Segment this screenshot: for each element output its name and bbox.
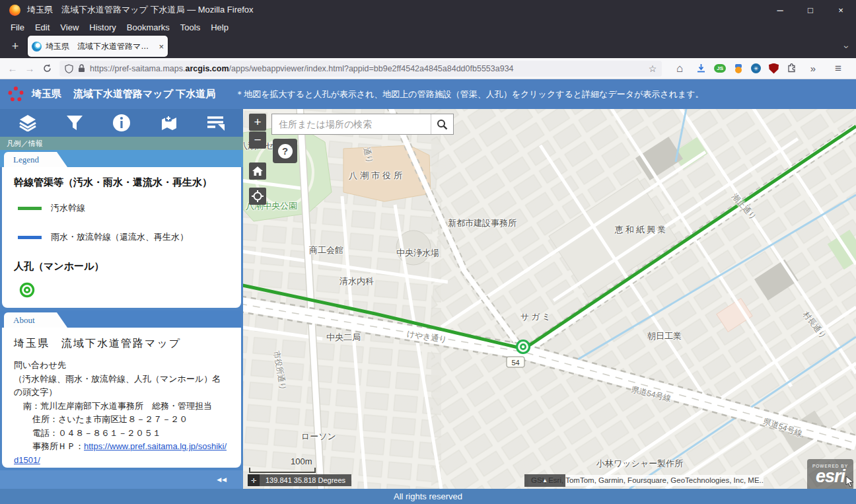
app-body: 凡例／情報 Legend 幹線管渠等（汚水・雨水・還流水・再生水） 汚水幹線	[0, 109, 856, 489]
map-home-button[interactable]	[249, 162, 266, 180]
about-tabstrip: About	[0, 310, 243, 328]
info-button[interactable]	[107, 111, 136, 135]
menu-item[interactable]: History	[84, 21, 121, 34]
navigation-bar: ← → https://pref-saitama.maps.arcgis.com…	[0, 58, 856, 79]
menu-item[interactable]: File	[5, 21, 30, 34]
legend-tab[interactable]: Legend	[4, 152, 67, 167]
url-prefix: https://pref-saitama.maps.	[90, 64, 186, 73]
menu-item[interactable]: Tools	[175, 21, 205, 34]
legend-list-icon	[206, 115, 225, 131]
home-button[interactable]: ⌂	[671, 61, 688, 77]
search-button[interactable]	[431, 114, 453, 134]
filter-button[interactable]	[60, 111, 89, 135]
minimize-button[interactable]: ─	[765, 0, 795, 20]
basemap-add-icon	[159, 114, 178, 131]
window-title: 埼玉県 流域下水道管路マップ 下水道局 — Mozilla Firefox	[27, 4, 254, 16]
search-box	[271, 114, 454, 135]
app-note: ＊地図を拡大すると人孔が表示され、地図上の管路施設（管渠、人孔）をクリックすると…	[235, 89, 703, 100]
basemap: 54	[243, 109, 856, 489]
list-all-tabs-button[interactable]: ›	[838, 37, 856, 57]
window-titlebar: 埼玉県 流域下水道管路マップ 下水道局 — Mozilla Firefox ─ …	[0, 0, 856, 20]
scale-bar	[249, 468, 316, 473]
about-content: 埼玉県 流域下水道管路マップ 問い合わせ先 （汚水幹線、雨水・放流幹線、人孔（マ…	[2, 328, 241, 468]
widget-bar-label: 凡例／情報	[7, 139, 43, 149]
svg-text:54: 54	[511, 359, 519, 367]
about-tab[interactable]: About	[4, 312, 67, 328]
forward-button[interactable]: →	[21, 61, 38, 77]
legend-content: 幹線管渠等（汚水・雨水・還流水・再生水） 汚水幹線 雨水・放流幹線（還流水、再生…	[2, 167, 241, 308]
bookmark-star-icon[interactable]: ☆	[649, 63, 657, 74]
basemap-gallery-button[interactable]	[154, 111, 183, 135]
filter-icon	[66, 115, 83, 131]
url-bar[interactable]: https://pref-saitama.maps.arcgis.com/app…	[59, 61, 662, 77]
url-host: arcgis.com	[186, 64, 229, 73]
attribution-expand-button[interactable]: ▲	[524, 474, 565, 487]
legend-line-swatch	[18, 236, 42, 239]
close-button[interactable]: ×	[826, 0, 856, 20]
legend-tabstrip: Legend	[0, 150, 243, 167]
js-toggle-icon[interactable]: JS	[714, 64, 726, 73]
reload-button[interactable]	[38, 61, 55, 77]
reload-icon	[43, 64, 52, 73]
menu-item[interactable]: Edit	[30, 21, 55, 34]
about-spacer	[14, 467, 229, 468]
back-button[interactable]: ←	[4, 61, 21, 77]
sidebar: 凡例／情報 Legend 幹線管渠等（汚水・雨水・還流水・再生水） 汚水幹線	[0, 109, 243, 489]
manhole-marker[interactable]	[517, 341, 530, 353]
menu-item[interactable]: View	[55, 21, 84, 34]
zoom-out-button[interactable]: −	[249, 131, 266, 149]
extensions-puzzle-icon[interactable]	[787, 63, 797, 73]
extension-icon-2[interactable]: ✳	[751, 63, 761, 73]
menu-item[interactable]: Help	[205, 21, 234, 34]
new-tab-button[interactable]: +	[5, 36, 25, 56]
menu-item[interactable]: Bookmarks	[122, 21, 175, 34]
app-menu-icon[interactable]: ≡	[830, 61, 847, 77]
overflow-chevron-icon[interactable]: »	[804, 61, 822, 77]
ublock-shield-icon[interactable]	[769, 63, 779, 74]
tracking-shield-icon[interactable]	[65, 64, 73, 73]
legend-panel: Legend 幹線管渠等（汚水・雨水・還流水・再生水） 汚水幹線 雨水・放流幹線…	[0, 150, 243, 310]
search-icon	[437, 119, 448, 130]
legend-line-swatch	[18, 207, 42, 210]
saitama-emblem-icon	[8, 87, 24, 102]
downloads-icon[interactable]	[696, 63, 706, 73]
browser-tab[interactable]: 埼玉県 流域下水道管路マップ 下... ×	[28, 36, 168, 57]
menu-bar: File Edit View History Bookmarks Tools H…	[0, 20, 856, 34]
legend-item-label: 汚水幹線	[51, 202, 85, 214]
url-path: /apps/webappviewer/index.html?appid=bb9e…	[229, 64, 514, 73]
widget-toolbar	[0, 109, 243, 137]
legend-widget-button[interactable]	[201, 111, 230, 135]
layers-button[interactable]	[13, 111, 42, 135]
help-icon: ?	[278, 144, 293, 159]
tab-close-icon[interactable]: ×	[159, 42, 164, 52]
esri-wordmark: esri	[816, 468, 845, 484]
legend-item: 雨水・放流幹線（還流水、再生水）	[18, 231, 229, 243]
sidebar-footer: ◀◀	[0, 470, 243, 489]
legend-item: 汚水幹線	[18, 202, 229, 214]
about-panel: About 埼玉県 流域下水道管路マップ 問い合わせ先 （汚水幹線、雨水・放流幹…	[0, 310, 243, 470]
app-title: 流域下水道管路マップ 下水道局	[73, 88, 215, 100]
map-home-icon	[252, 166, 263, 176]
about-contact-heading: 問い合わせ先	[14, 359, 229, 373]
extension-icon-1[interactable]	[734, 64, 743, 73]
legend-manhole-title: 人孔（マンホール）	[14, 260, 229, 273]
help-button[interactable]: ?	[273, 139, 297, 163]
locate-button[interactable]	[249, 188, 266, 205]
tab-favicon-icon	[32, 42, 42, 52]
search-input[interactable]	[272, 114, 431, 134]
browser-window: 埼玉県 流域下水道管路マップ 下水道局 — Mozilla Firefox ─ …	[0, 0, 856, 504]
collapse-panel-icon[interactable]: ◀◀	[217, 476, 227, 483]
prefecture-name: 埼玉県	[32, 88, 61, 100]
about-contact-note: （汚水幹線、雨水・放流幹線、人孔（マンホール）名の頭文字）	[14, 373, 229, 400]
coordinates-widget: ✛ 139.841 35.818 Degrees	[248, 474, 351, 486]
copyright-text: All rights reserved	[394, 491, 462, 501]
tab-bar: + 埼玉県 流域下水道管路マップ 下... × ›	[0, 34, 856, 58]
map-canvas[interactable]: 54 八潮市役所新都市建設事務所恵和紙興業商工会館中央浄水場清水内科中央二局サガ…	[243, 109, 856, 489]
toolbar-extensions: ⌂ JS ✳ » ≡	[666, 61, 852, 77]
tab-title: 埼玉県 流域下水道管路マップ 下...	[46, 41, 155, 52]
zoom-in-button[interactable]: +	[249, 114, 266, 131]
maximize-button[interactable]: □	[795, 0, 826, 20]
lock-icon[interactable]	[78, 64, 85, 73]
coords-crosshair-icon[interactable]: ✛	[248, 474, 260, 486]
route-shield: 54	[507, 357, 524, 367]
